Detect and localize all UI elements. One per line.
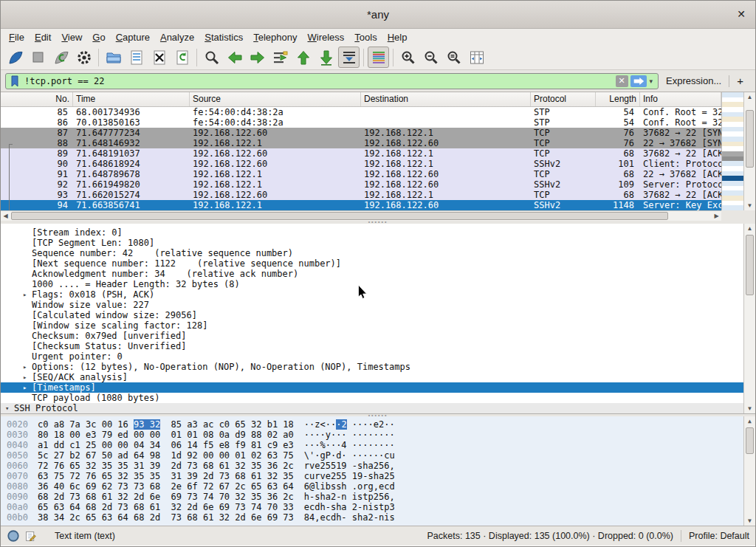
collapsed-arrow-icon[interactable]: ▸ — [23, 413, 32, 414]
packet-list-hscrollbar[interactable]: ◀ ▶ — [1, 210, 721, 221]
detail-line[interactable]: [Calculated window size: 29056] — [1, 310, 743, 320]
hex-bytes[interactable]: c0 a8 7a 3c 00 16 93 32 85 a3 ac c0 65 3… — [38, 419, 294, 430]
menu-item-tools[interactable]: Tools — [349, 30, 382, 44]
bookmark-icon[interactable] — [8, 75, 21, 88]
open-file-icon[interactable] — [103, 47, 124, 68]
profile-selector[interactable]: Profile: Default — [689, 531, 749, 541]
packet-row-85[interactable]: 8568.001734936fe:54:00:d4:38:2aSTP54Conf… — [1, 107, 721, 117]
scroll-right-icon[interactable]: ▶ — [712, 211, 721, 221]
collapsed-arrow-icon[interactable]: ▸ — [23, 289, 32, 300]
hex-row[interactable]: 00b038 34 2c 65 63 64 68 2d 73 68 61 32 … — [1, 512, 755, 523]
hex-row[interactable]: 00505c 27 b2 67 50 ad 64 98 1d 92 00 00 … — [1, 450, 755, 461]
hex-ascii[interactable]: ···%···4 ········ — [304, 440, 395, 450]
scroll-up-icon[interactable]: ▲ — [744, 416, 755, 426]
titlebar[interactable]: *any ✕ — [1, 1, 755, 29]
column-header-destination[interactable]: Destination — [361, 92, 531, 106]
hex-bytes[interactable]: 68 2d 73 68 61 32 2d 6e 69 73 74 70 32 3… — [38, 492, 294, 502]
hex-ascii[interactable]: h-sha2-n istp256, — [304, 492, 395, 502]
packet-list-vscrollbar[interactable]: ▲ ▼ — [743, 92, 755, 210]
detail-line[interactable]: Window size value: 227 — [1, 300, 743, 310]
packet-row-86[interactable]: 8670.013850163fe:54:00:d4:38:2aSTP54Conf… — [1, 117, 721, 128]
hex-ascii[interactable]: curve255 19-sha25 — [304, 471, 395, 481]
column-header-time[interactable]: Time — [73, 92, 190, 106]
detail-line[interactable]: ▸SSH Version 2 (encryption:chacha20-poly… — [1, 413, 743, 414]
hex-ascii[interactable]: ····y··· ········ — [304, 430, 395, 440]
packet-row-87[interactable]: 8771.647777234192.168.122.60192.168.122.… — [1, 128, 721, 138]
hex-bytes[interactable]: 72 76 65 32 35 35 31 39 2d 73 68 61 32 3… — [38, 461, 294, 471]
intelligent-scrollbar-minimap[interactable] — [721, 92, 743, 210]
hex-ascii[interactable]: ··z<···2 ····e2·· — [304, 419, 395, 430]
zoom-in-icon[interactable] — [397, 47, 419, 68]
collapsed-arrow-icon[interactable]: ▸ — [23, 362, 32, 372]
detail-line[interactable]: Sequence number: 42 (relative sequence n… — [1, 248, 743, 258]
hex-row[interactable]: 008036 40 6c 69 62 73 73 68 2e 6f 72 67 … — [1, 481, 755, 492]
scrollbar-thumb[interactable] — [11, 212, 668, 220]
expanded-arrow-icon[interactable]: ▾ — [5, 403, 14, 413]
filter-history-dropdown-icon[interactable]: ▾ — [647, 78, 656, 85]
detail-line[interactable]: [Next sequence number: 1122 (relative se… — [1, 258, 743, 269]
menu-item-edit[interactable]: Edit — [30, 30, 56, 44]
menu-item-go[interactable]: Go — [87, 30, 110, 44]
hex-ascii[interactable]: ecdh-sha 2-nistp3 — [304, 502, 395, 512]
detail-line[interactable]: [Checksum Status: Unverified] — [1, 341, 743, 351]
detail-line[interactable]: ▸[Timestamps] — [1, 382, 743, 393]
packet-row-88[interactable]: 8871.648146932192.168.122.1192.168.122.6… — [1, 138, 721, 148]
column-header-no[interactable]: No. — [1, 92, 73, 106]
column-header-source[interactable]: Source — [190, 92, 361, 106]
hex-row[interactable]: 007063 75 72 76 65 32 35 35 31 39 2d 73 … — [1, 471, 755, 481]
collapsed-arrow-icon[interactable]: ▸ — [23, 382, 32, 393]
hex-row[interactable]: 0020c0 a8 7a 3c 00 16 93 32 85 a3 ac c0 … — [1, 419, 755, 430]
packet-row-91[interactable]: 9171.648789678192.168.122.1192.168.122.6… — [1, 169, 721, 179]
hex-bytes[interactable]: 80 18 00 e3 79 ed 00 00 01 01 08 0a d9 8… — [38, 430, 294, 440]
detail-line[interactable]: Checksum: 0x79ed [unverified] — [1, 331, 743, 341]
hex-row[interactable]: 009068 2d 73 68 61 32 2d 6e 69 73 74 70 … — [1, 492, 755, 502]
reload-file-icon[interactable] — [171, 47, 193, 68]
menu-item-analyze[interactable]: Analyze — [155, 30, 199, 44]
display-filter-input[interactable]: !tcp.port == 22 ✕ ▾ — [5, 73, 659, 89]
bytes-vscrollbar[interactable]: ▲ ▼ — [743, 416, 755, 526]
menu-item-file[interactable]: File — [4, 30, 30, 44]
expression-button[interactable]: Expression... — [659, 75, 729, 86]
scroll-down-icon[interactable]: ▼ — [744, 404, 755, 413]
hex-row[interactable]: 006072 76 65 32 35 35 31 39 2d 73 68 61 … — [1, 461, 755, 471]
apply-filter-icon[interactable] — [630, 75, 647, 87]
hex-ascii[interactable]: 84,ecdh- sha2-nis — [304, 512, 395, 523]
column-header-info[interactable]: Info — [640, 92, 721, 106]
detail-line[interactable]: ▸Flags: 0x018 (PSH, ACK) — [1, 289, 743, 300]
close-icon[interactable]: ✕ — [735, 7, 748, 21]
filter-text[interactable]: !tcp.port == 22 — [21, 76, 616, 86]
detail-line[interactable]: Urgent pointer: 0 — [1, 351, 743, 362]
menu-item-wireless[interactable]: Wireless — [303, 30, 350, 44]
detail-line[interactable]: ▾SSH Protocol — [1, 403, 743, 413]
scrollbar-thumb[interactable] — [746, 235, 754, 295]
auto-scroll-icon[interactable] — [338, 47, 360, 68]
go-first-icon[interactable] — [292, 47, 314, 68]
menu-item-view[interactable]: View — [56, 30, 87, 44]
expert-info-icon[interactable] — [7, 529, 20, 543]
detail-line[interactable]: ▸Options: (12 bytes), No-Operation (NOP)… — [1, 362, 743, 372]
go-back-icon[interactable] — [224, 47, 245, 68]
scrollbar-thumb[interactable] — [746, 427, 754, 454]
close-file-icon[interactable] — [148, 47, 170, 68]
hex-ascii[interactable]: \'·gP·d· ······cu — [304, 450, 395, 461]
zoom-out-icon[interactable] — [420, 47, 441, 68]
hex-bytes[interactable]: 36 40 6c 69 62 73 73 68 2e 6f 72 67 2c 6… — [38, 481, 294, 492]
start-capture-icon[interactable] — [4, 47, 26, 68]
hex-row[interactable]: 00a065 63 64 68 2d 73 68 61 32 2d 6e 69 … — [1, 502, 755, 512]
details-vscrollbar[interactable]: ▲ ▼ — [743, 224, 755, 413]
menu-item-statistics[interactable]: Statistics — [199, 30, 248, 44]
go-last-icon[interactable] — [315, 47, 337, 68]
detail-line[interactable]: [TCP Segment Len: 1080] — [1, 238, 743, 248]
scrollbar-thumb[interactable] — [746, 110, 754, 168]
hex-bytes[interactable]: 38 34 2c 65 63 64 68 2d 73 68 61 32 2d 6… — [38, 512, 294, 523]
hex-bytes[interactable]: a1 dd c1 25 00 00 04 34 06 14 f5 e8 f9 8… — [38, 440, 294, 450]
collapsed-arrow-icon[interactable]: ▸ — [23, 372, 32, 382]
find-packet-icon[interactable] — [201, 47, 222, 68]
menu-item-telephony[interactable]: Telephony — [248, 30, 302, 44]
detail-line[interactable]: ▸[SEQ/ACK analysis] — [1, 372, 743, 382]
go-forward-icon[interactable] — [247, 47, 268, 68]
hex-bytes[interactable]: 63 75 72 76 65 32 35 35 31 39 2d 73 68 6… — [38, 471, 294, 481]
restart-capture-icon[interactable] — [50, 47, 72, 68]
scroll-down-icon[interactable]: ▼ — [744, 201, 755, 210]
detail-line[interactable]: [Window size scaling factor: 128] — [1, 320, 743, 331]
